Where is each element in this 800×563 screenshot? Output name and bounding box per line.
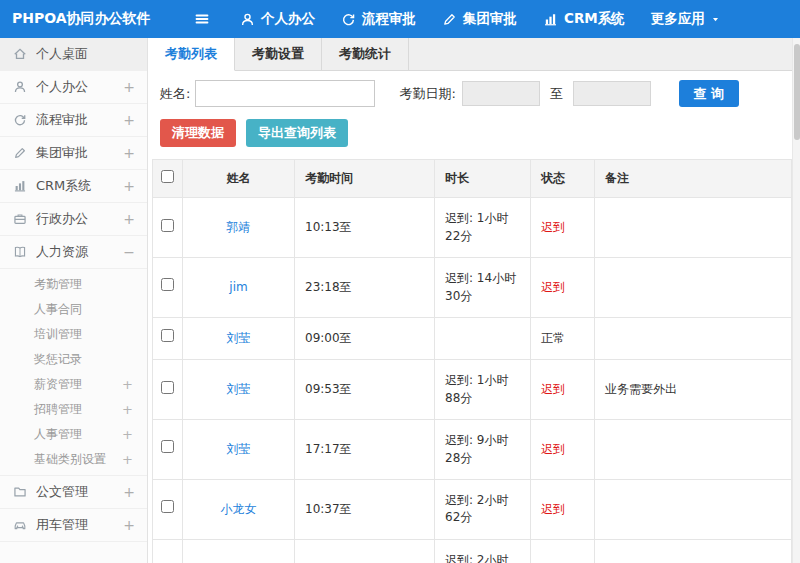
topnav-item-crm-system[interactable]: CRM系统 bbox=[543, 10, 625, 28]
sidebar-item-group-approval[interactable]: 集团审批+ bbox=[0, 137, 147, 170]
tab-attendance-settings[interactable]: 考勤设置 bbox=[235, 38, 322, 70]
sidebar-item-document-management[interactable]: 公文管理+ bbox=[0, 476, 147, 509]
name-cell: jim bbox=[183, 258, 295, 318]
name-cell: 管理员 bbox=[183, 539, 295, 563]
status-cell: 迟到/早退 bbox=[531, 539, 595, 563]
expand-indicator: + bbox=[123, 178, 135, 194]
sidebar-subitem-personnel-contract[interactable]: 人事合同 bbox=[0, 297, 147, 322]
sidebar-subitem-label: 基础类别设置 bbox=[34, 451, 122, 468]
expand-indicator: + bbox=[123, 79, 135, 95]
chart-icon bbox=[543, 12, 558, 27]
folder-icon bbox=[13, 485, 27, 499]
sidebar-item-admin-office[interactable]: 行政办公+ bbox=[0, 203, 147, 236]
tab-attendance-stats[interactable]: 考勤统计 bbox=[322, 38, 409, 70]
date-start-input[interactable] bbox=[462, 81, 540, 106]
time-cell: 10:54至10:54 bbox=[295, 539, 435, 563]
employee-name-link[interactable]: 刘莹 bbox=[227, 331, 251, 345]
topnav-item-more-apps[interactable]: 更多应用 bbox=[651, 10, 720, 28]
employee-name-link[interactable]: 刘莹 bbox=[227, 442, 251, 456]
employee-name-link[interactable]: 刘莹 bbox=[227, 382, 251, 396]
row-checkbox-cell bbox=[153, 198, 183, 258]
topnav-item-group-approval[interactable]: 集团审批 bbox=[442, 10, 517, 28]
sidebar-item-vehicle-management[interactable]: 用车管理+ bbox=[0, 509, 147, 542]
tab-bar: 考勤列表考勤设置考勤统计 bbox=[148, 38, 800, 71]
main-content: 考勤列表考勤设置考勤统计 姓名: 考勤日期: 至 查 询 清理数据 导出查询列表… bbox=[148, 38, 800, 563]
employee-name-link[interactable]: 郭靖 bbox=[227, 220, 251, 234]
caret-down-icon bbox=[711, 15, 720, 24]
time-cell: 23:18至 bbox=[295, 258, 435, 318]
name-cell: 小龙女 bbox=[183, 479, 295, 539]
status-text: 迟到 bbox=[541, 382, 565, 396]
topnav-label: 更多应用 bbox=[651, 10, 705, 28]
row-checkbox[interactable] bbox=[161, 329, 174, 342]
name-filter-input[interactable] bbox=[195, 80, 375, 107]
export-list-button[interactable]: 导出查询列表 bbox=[246, 119, 348, 147]
scrollbar[interactable] bbox=[792, 38, 800, 563]
scrollbar-thumb[interactable] bbox=[794, 44, 800, 140]
column-header: 时长 bbox=[435, 160, 531, 198]
tab-attendance-list[interactable]: 考勤列表 bbox=[148, 38, 235, 71]
sidebar-subitem-attendance-management[interactable]: 考勤管理 bbox=[0, 272, 147, 297]
row-checkbox[interactable] bbox=[161, 278, 174, 291]
sidebar-subitem-recruitment-management[interactable]: 招聘管理+ bbox=[0, 397, 147, 422]
status-cell: 迟到 bbox=[531, 198, 595, 258]
row-checkbox[interactable] bbox=[161, 219, 174, 232]
employee-name-link[interactable]: jim bbox=[229, 280, 247, 294]
sidebar-subitem-label: 人事合同 bbox=[34, 301, 133, 318]
row-checkbox-cell bbox=[153, 258, 183, 318]
row-checkbox[interactable] bbox=[161, 440, 174, 453]
search-button[interactable]: 查 询 bbox=[679, 80, 739, 107]
sidebar-item-crm-system[interactable]: CRM系统+ bbox=[0, 170, 147, 203]
row-checkbox-cell bbox=[153, 360, 183, 420]
duration-cell: 迟到: 1小时22分 bbox=[435, 198, 531, 258]
sidebar-item-workflow-approval[interactable]: 流程审批+ bbox=[0, 104, 147, 137]
row-checkbox-cell bbox=[153, 317, 183, 359]
name-cell: 刘莹 bbox=[183, 360, 295, 420]
topnav-label: 流程审批 bbox=[362, 10, 416, 28]
select-all-checkbox[interactable] bbox=[161, 170, 174, 183]
row-checkbox[interactable] bbox=[161, 381, 174, 394]
topnav-item-workflow-approval[interactable]: 流程审批 bbox=[341, 10, 416, 28]
table-row: 刘莹09:53至迟到: 1小时88分迟到业务需要外出 bbox=[153, 360, 792, 420]
date-end-input[interactable] bbox=[573, 81, 651, 106]
sidebar-subitem-salary-management[interactable]: 薪资管理+ bbox=[0, 372, 147, 397]
topnav-item-personal-office[interactable]: 个人办公 bbox=[240, 10, 315, 28]
sidebar-item-label: CRM系统 bbox=[36, 177, 123, 195]
sidebar-item-human-resources[interactable]: 人力资源− bbox=[0, 236, 147, 269]
name-cell: 刘莹 bbox=[183, 420, 295, 480]
menu-toggle[interactable] bbox=[194, 11, 210, 27]
status-cell: 迟到 bbox=[531, 420, 595, 480]
row-checkbox-cell bbox=[153, 420, 183, 480]
chart-icon bbox=[13, 179, 27, 193]
flow-icon bbox=[341, 12, 356, 27]
app-title: PHPOA协同办公软件 bbox=[0, 10, 148, 28]
sidebar-subitem-reward-punishment[interactable]: 奖惩记录 bbox=[0, 347, 147, 372]
expand-indicator: + bbox=[122, 427, 133, 442]
date-filter-label: 考勤日期: bbox=[399, 85, 455, 103]
table-header-row: 姓名考勤时间时长状态备注 bbox=[153, 160, 792, 198]
status-text: 迟到 bbox=[541, 220, 565, 234]
clear-data-button[interactable]: 清理数据 bbox=[160, 119, 236, 147]
expand-indicator: + bbox=[123, 517, 135, 533]
sidebar-subitem-label: 人事管理 bbox=[34, 426, 122, 443]
employee-name-link[interactable]: 小龙女 bbox=[221, 502, 257, 516]
note-cell bbox=[595, 479, 792, 539]
row-checkbox[interactable] bbox=[161, 500, 174, 513]
sidebar-item-personal-office[interactable]: 个人办公+ bbox=[0, 71, 147, 104]
status-text: 迟到 bbox=[541, 502, 565, 516]
header-checkbox-cell bbox=[153, 160, 183, 198]
sidebar-subitem-basic-category-settings[interactable]: 基础类别设置+ bbox=[0, 447, 147, 472]
user-icon bbox=[240, 12, 255, 27]
note-cell bbox=[595, 420, 792, 480]
expand-indicator: + bbox=[123, 145, 135, 161]
table-row: 管理员10:54至10:54迟到: 2小时90分 早退: 7小时10分迟到/早退… bbox=[153, 539, 792, 563]
row-checkbox-cell bbox=[153, 539, 183, 563]
time-cell: 10:37至 bbox=[295, 479, 435, 539]
expand-indicator: + bbox=[123, 484, 135, 500]
sidebar-item-label: 个人桌面 bbox=[36, 45, 135, 63]
status-text: 迟到 bbox=[541, 442, 565, 456]
sidebar-subitem-personnel-management[interactable]: 人事管理+ bbox=[0, 422, 147, 447]
sidebar-item-label: 集团审批 bbox=[36, 144, 123, 162]
sidebar-item-personal-desktop[interactable]: 个人桌面 bbox=[0, 38, 147, 71]
sidebar-subitem-training-management[interactable]: 培训管理 bbox=[0, 322, 147, 347]
